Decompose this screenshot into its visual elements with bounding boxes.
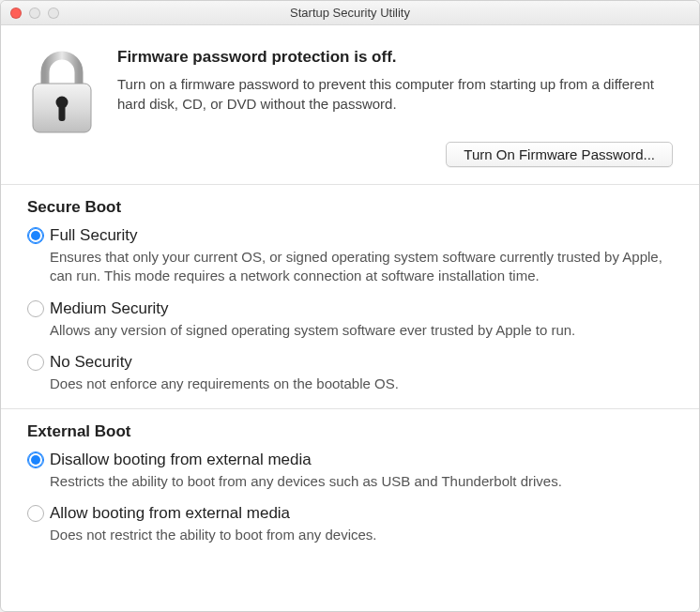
- secure-boot-label-medium[interactable]: Medium Security: [50, 299, 169, 318]
- minimize-window-button[interactable]: [29, 8, 40, 19]
- secure-boot-section: Secure Boot Full Security Ensures that o…: [1, 185, 699, 409]
- secure-boot-label-full[interactable]: Full Security: [50, 226, 138, 245]
- secure-boot-option-none: No Security Does not enforce any require…: [27, 353, 673, 393]
- external-boot-option-disallow: Disallow booting from external media Res…: [27, 451, 673, 491]
- external-boot-desc-allow: Does not restrict the ability to boot fr…: [50, 526, 673, 544]
- external-boot-radio-allow[interactable]: [27, 505, 44, 522]
- secure-boot-option-medium: Medium Security Allows any version of si…: [27, 299, 673, 340]
- lock-icon: [27, 48, 97, 167]
- external-boot-radio-disallow[interactable]: [27, 451, 44, 468]
- secure-boot-radio-full[interactable]: [27, 227, 44, 244]
- secure-boot-radio-medium[interactable]: [27, 300, 44, 317]
- external-boot-desc-disallow: Restricts the ability to boot from any d…: [50, 472, 673, 491]
- secure-boot-option-full: Full Security Ensures that only your cur…: [27, 226, 673, 286]
- svg-rect-2: [59, 104, 66, 121]
- firmware-panel: Firmware password protection is off. Tur…: [1, 25, 699, 185]
- zoom-window-button[interactable]: [48, 8, 59, 19]
- traffic-lights: [10, 8, 59, 19]
- firmware-button-row: Turn On Firmware Password...: [117, 142, 673, 167]
- external-boot-label-allow[interactable]: Allow booting from external media: [50, 504, 290, 523]
- secure-boot-desc-none: Does not enforce any requirements on the…: [50, 375, 673, 393]
- close-window-button[interactable]: [10, 8, 22, 19]
- secure-boot-title: Secure Boot: [27, 198, 673, 217]
- turn-on-firmware-password-button[interactable]: Turn On Firmware Password...: [446, 142, 673, 167]
- secure-boot-radio-none[interactable]: [27, 354, 44, 371]
- external-boot-section: External Boot Disallow booting from exte…: [1, 409, 699, 560]
- firmware-text-block: Firmware password protection is off. Tur…: [117, 48, 673, 167]
- content-area: Firmware password protection is off. Tur…: [1, 25, 699, 611]
- external-boot-title: External Boot: [27, 422, 673, 441]
- window-title: Startup Security Utility: [8, 6, 692, 20]
- firmware-heading: Firmware password protection is off.: [117, 48, 673, 67]
- secure-boot-desc-medium: Allows any version of signed operating s…: [50, 321, 673, 340]
- external-boot-option-allow: Allow booting from external media Does n…: [27, 504, 673, 544]
- external-boot-label-disallow[interactable]: Disallow booting from external media: [50, 451, 312, 469]
- secure-boot-label-none[interactable]: No Security: [50, 353, 132, 372]
- window-frame: Startup Security Utility: [0, 0, 700, 612]
- titlebar: Startup Security Utility: [1, 1, 699, 25]
- firmware-description: Turn on a firmware password to prevent t…: [117, 74, 673, 114]
- secure-boot-desc-full: Ensures that only your current OS, or si…: [50, 248, 673, 286]
